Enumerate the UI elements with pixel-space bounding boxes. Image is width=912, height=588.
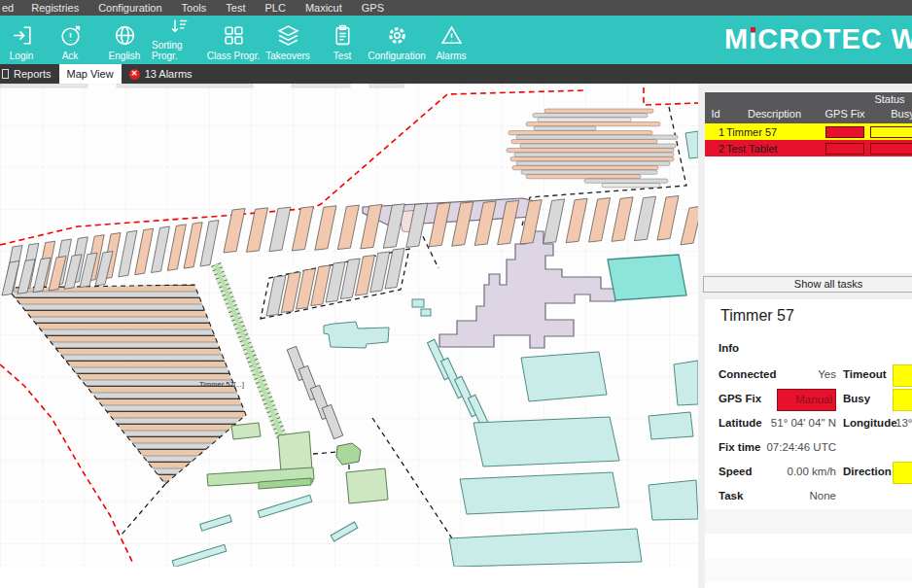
status-header: Status	[841, 93, 912, 105]
language-label: English	[109, 51, 141, 61]
menu-item-plc[interactable]: PLC	[255, 2, 295, 14]
vehicle-row-timmer57[interactable]: 1 Timmer 57	[705, 123, 912, 140]
sort-descending-icon	[167, 16, 192, 37]
vehicle-row-test-tablet[interactable]: 2 Test Tablet	[705, 140, 912, 156]
speed-label: Speed	[719, 466, 753, 477]
col-description[interactable]: Description	[726, 108, 823, 120]
ack-button[interactable]: Ack	[43, 16, 97, 64]
menu-item-test[interactable]: Test	[216, 2, 255, 14]
microtec-logo: MıCROTEC W	[724, 23, 912, 55]
longitude-value: 13°	[895, 417, 912, 429]
info-section-header: Info	[719, 342, 739, 354]
speed-value: 0.00 km/h	[754, 466, 836, 477]
menu-item-maxicut[interactable]: Maxicut	[296, 2, 352, 14]
gps-fix-status-cell	[825, 126, 864, 138]
detail-row-task: Task None	[705, 485, 912, 509]
latitude-value: 51° 04' 04" N	[754, 417, 836, 429]
configuration-button[interactable]: Configuration	[369, 16, 424, 64]
busy-status-cell	[870, 126, 912, 138]
menu-item-truncated[interactable]: ed	[0, 2, 21, 14]
login-button[interactable]: Login	[0, 16, 43, 64]
alarms-button[interactable]: Alarms	[424, 16, 478, 64]
facility-map[interactable]: Timmer 57[...]	[0, 84, 698, 567]
map-view[interactable]: Timmer 57[...]	[0, 84, 698, 567]
map-top-edge-shapes	[0, 84, 403, 87]
ack-clock-icon	[58, 23, 83, 48]
sorting-progr-label: Sorting Progr.	[152, 40, 206, 61]
takeovers-label: Takeovers	[265, 51, 310, 61]
warning-triangle-icon	[439, 23, 464, 48]
col-gps-fix[interactable]: GPS Fix	[823, 108, 867, 120]
empty-row-stripe	[705, 509, 912, 534]
takeovers-button[interactable]: Takeovers	[261, 16, 315, 64]
globe-icon	[113, 23, 137, 48]
tab-map-view-label: Map View	[67, 68, 114, 80]
ack-label: Ack	[62, 51, 79, 61]
configuration-label: Configuration	[368, 51, 425, 61]
main-toolbar: Login Ack English Sorting Progr. Class P…	[0, 16, 912, 64]
vehicle-marker-label[interactable]: Timmer 57[...]	[199, 380, 244, 389]
login-label: Login	[10, 51, 33, 61]
col-id[interactable]: Id	[705, 108, 726, 120]
class-progr-label: Class Progr.	[207, 51, 260, 61]
gear-icon	[385, 23, 409, 48]
task-value: None	[754, 490, 836, 502]
tab-bar: Reports Map View ✕ 13 Alarms	[0, 64, 912, 84]
detail-row-latitude: Latitude 51° 04' 04" N Longitude 13°	[705, 412, 912, 436]
login-icon	[10, 23, 34, 48]
busy-status-cell	[870, 143, 912, 155]
vehicle-status-panel: Status Id Description GPS Fix Busy 1 Tim…	[703, 84, 912, 588]
gps-fix-status-cell	[825, 143, 864, 155]
test-button[interactable]: Test	[315, 16, 369, 64]
connected-value: Yes	[754, 368, 836, 380]
fix-time-value: 07:24:46 UTC	[754, 441, 836, 453]
tab-alarms-label: 13 Alarms	[145, 68, 193, 80]
tab-map-view[interactable]: Map View	[59, 64, 122, 84]
language-button[interactable]: English	[97, 16, 152, 64]
grid-icon	[222, 23, 246, 48]
busy-status-cell	[893, 389, 912, 411]
vehicle-description: Timmer 57	[726, 126, 823, 138]
report-doc-icon	[2, 69, 9, 79]
gps-fix-label: GPS Fix	[719, 393, 761, 404]
empty-row-stripe	[705, 558, 912, 582]
timeout-label: Timeout	[843, 368, 887, 380]
vehicle-description: Test Tablet	[726, 143, 823, 155]
longitude-label: Longitude	[843, 417, 897, 429]
col-busy[interactable]: Busy	[867, 108, 912, 120]
menu-bar: ed Registries Configuration Tools Test P…	[0, 0, 912, 16]
menu-item-gps[interactable]: GPS	[352, 2, 394, 14]
vehicle-table-header: Status Id Description GPS Fix Busy	[705, 92, 912, 123]
direction-status-cell	[893, 462, 912, 484]
detail-row-connected: Connected Yes Timeout	[705, 363, 912, 388]
detail-row-speed: Speed 0.00 km/h Direction	[705, 461, 912, 485]
class-progr-button[interactable]: Class Progr.	[206, 16, 261, 64]
vehicle-table: Status Id Description GPS Fix Busy 1 Tim…	[705, 92, 912, 273]
menu-item-registries[interactable]: Registries	[21, 2, 88, 14]
clipboard-icon	[331, 23, 355, 48]
map-bottom-margin	[0, 567, 698, 588]
detail-row-fix-time: Fix time 07:24:46 UTC	[705, 436, 912, 461]
vehicle-id: 2	[705, 143, 726, 155]
busy-label: Busy	[843, 393, 870, 404]
sorting-progr-button[interactable]: Sorting Progr.	[152, 16, 206, 64]
alarms-label: Alarms	[436, 51, 466, 61]
gps-fix-value: Manual	[777, 389, 836, 411]
app-window: ed Registries Configuration Tools Test P…	[0, 0, 912, 588]
layers-icon	[276, 23, 300, 48]
alarm-badge-icon: ✕	[129, 69, 140, 80]
timeout-status-cell	[893, 364, 912, 387]
menu-item-configuration[interactable]: Configuration	[88, 2, 171, 14]
task-label: Task	[719, 490, 743, 502]
tab-alarms[interactable]: ✕ 13 Alarms	[122, 64, 200, 84]
show-all-tasks-button[interactable]: Show all tasks	[703, 276, 912, 293]
detail-row-gps-fix: GPS Fix Manual Busy	[705, 388, 912, 412]
tab-reports-label: Reports	[14, 68, 52, 80]
direction-label: Direction	[843, 466, 892, 477]
tab-reports[interactable]: Reports	[0, 64, 59, 84]
test-label: Test	[333, 51, 351, 61]
detail-title: Timmer 57	[720, 307, 794, 325]
logo-red-dot-icon	[751, 27, 755, 32]
menu-item-tools[interactable]: Tools	[172, 2, 217, 14]
vehicle-detail-card: Timmer 57 Info Connected Yes Timeout GPS…	[705, 299, 912, 588]
